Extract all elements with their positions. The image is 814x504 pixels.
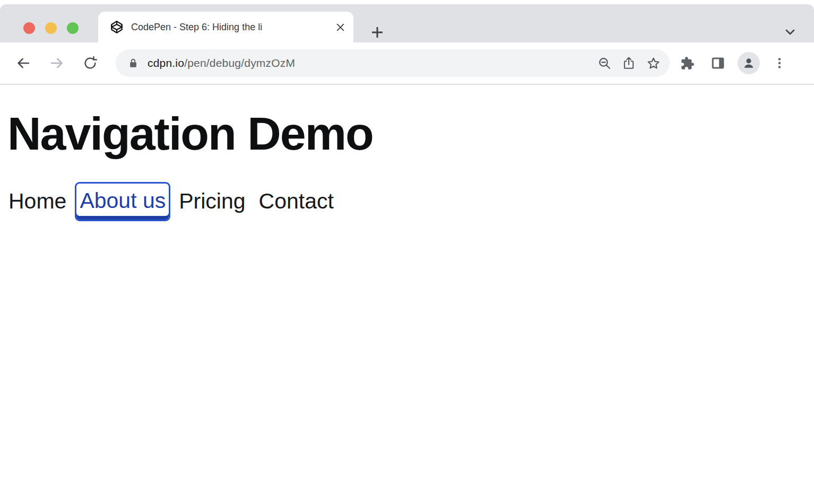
extensions-button[interactable] [674, 50, 700, 76]
tab-close-button[interactable] [332, 19, 348, 35]
codepen-favicon-icon [110, 20, 124, 34]
close-icon [336, 23, 345, 32]
url-domain: cdpn.io [148, 57, 184, 69]
bookmark-button[interactable] [641, 51, 665, 75]
tab-title: CodePen - Step 6: Hiding the li [131, 20, 330, 34]
browser-window: CodePen - Step 6: Hiding the li [0, 0, 814, 504]
nav-link-about-us[interactable]: About us [75, 182, 170, 221]
browser-tab[interactable]: CodePen - Step 6: Hiding the li [98, 12, 353, 42]
tab-search-button[interactable] [782, 24, 798, 39]
minimize-window-button[interactable] [45, 22, 57, 34]
page-content: Navigation Demo Home About us Pricing Co… [0, 85, 814, 504]
plus-icon [371, 26, 384, 39]
side-panel-icon [711, 56, 725, 71]
nav-link-home[interactable]: Home [8, 189, 66, 214]
extensions-puzzle-icon [680, 56, 695, 71]
tab-strip: CodePen - Step 6: Hiding the li [0, 4, 814, 42]
nav-link-contact[interactable]: Contact [259, 189, 334, 214]
bookmark-star-icon [646, 56, 661, 71]
reload-icon [83, 56, 98, 71]
forward-button[interactable] [44, 50, 70, 76]
window-controls [23, 22, 79, 34]
forward-arrow-icon [49, 55, 65, 71]
main-navigation: Home About us Pricing Contact [8, 188, 814, 214]
close-window-button[interactable] [23, 22, 35, 34]
url-path: /pen/debug/dymzOzM [184, 57, 295, 69]
url-text: cdpn.io/pen/debug/dymzOzM [148, 57, 592, 69]
reload-button[interactable] [77, 50, 103, 76]
person-icon [742, 56, 756, 70]
browser-menu-button[interactable] [766, 50, 793, 76]
page-title: Navigation Demo [7, 109, 814, 158]
browser-toolbar: cdpn.io/pen/debug/dymzOzM [0, 42, 814, 84]
share-icon [622, 56, 636, 70]
zoom-out-icon [597, 56, 611, 70]
zoom-window-button[interactable] [67, 22, 79, 34]
side-panel-button[interactable] [705, 50, 731, 76]
back-arrow-icon [15, 55, 31, 71]
avatar [738, 52, 760, 74]
new-tab-button[interactable] [369, 24, 386, 41]
zoom-button[interactable] [592, 51, 617, 75]
lock-icon [127, 57, 139, 69]
back-button[interactable] [11, 50, 36, 76]
share-button[interactable] [617, 51, 641, 75]
chevron-down-icon [785, 29, 795, 35]
kebab-menu-icon [773, 57, 786, 69]
profile-button[interactable] [735, 50, 762, 76]
address-bar[interactable]: cdpn.io/pen/debug/dymzOzM [116, 49, 670, 77]
nav-link-pricing[interactable]: Pricing [179, 189, 245, 214]
